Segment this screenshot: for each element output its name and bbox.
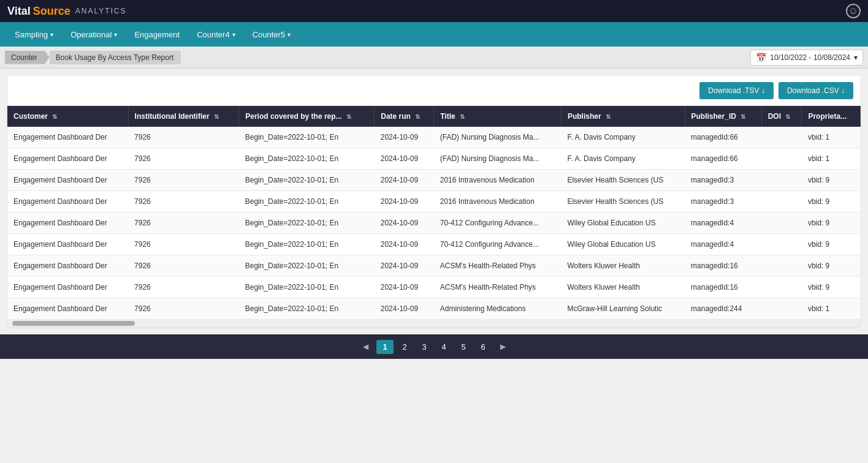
table-cell: Begin_Date=2022-10-01; En xyxy=(239,298,375,320)
table-cell: Begin_Date=2022-10-01; En xyxy=(239,170,375,191)
breadcrumb-bar: Counter Book Usage By Access Type Report… xyxy=(0,47,868,69)
table-cell: Wolters Kluwer Health xyxy=(561,255,685,277)
table-cell: Begin_Date=2022-10-01; En xyxy=(239,191,375,213)
table-cell: 2024-10-09 xyxy=(375,170,434,191)
table-cell xyxy=(761,170,802,191)
table-cell: Begin_Date=2022-10-01; En xyxy=(239,148,375,170)
table-cell: 7926 xyxy=(128,127,239,148)
breadcrumb-counter-label: Counter xyxy=(11,53,37,62)
table-row: Engagement Dashboard Der7926Begin_Date=2… xyxy=(7,170,861,191)
table-cell: 7926 xyxy=(128,298,239,320)
table-cell: 2024-10-09 xyxy=(375,191,434,213)
scroll-bar-area[interactable] xyxy=(7,320,861,327)
table-cell: 7926 xyxy=(128,255,239,277)
chevron-down-icon: ▾ xyxy=(50,31,53,38)
content-header: Download .TSV ↓ Download .CSV ↓ xyxy=(7,76,861,106)
nav-sampling[interactable]: Sampling ▾ xyxy=(7,26,61,43)
table-cell: Engagement Dashboard Der xyxy=(7,277,128,298)
table-cell xyxy=(761,213,802,234)
table-cell: Engagement Dashboard Der xyxy=(7,191,128,213)
nav-operational-label: Operational xyxy=(70,30,112,39)
col-customer[interactable]: Customer ⇅ xyxy=(7,106,128,127)
table-cell: 7926 xyxy=(128,277,239,298)
user-icon[interactable]: ☺ xyxy=(846,4,861,18)
nav-engagement[interactable]: Engagement xyxy=(127,26,187,43)
table-wrapper[interactable]: Customer ⇅ Institutional Identifier ⇅ Pe… xyxy=(7,106,861,320)
table-cell xyxy=(761,234,802,255)
table-cell: Engagement Dashboard Der xyxy=(7,127,128,148)
nav-counter5-label: Counter5 xyxy=(253,30,285,39)
logo-source: Source xyxy=(33,5,70,18)
table-cell: managedId:4 xyxy=(685,213,761,234)
table-cell: Begin_Date=2022-10-01; En xyxy=(239,277,375,298)
table-cell: F. A. Davis Company xyxy=(561,148,685,170)
breadcrumb-counter[interactable]: Counter xyxy=(5,51,50,64)
nav-operational[interactable]: Operational ▾ xyxy=(63,26,124,43)
table-row: Engagement Dashboard Der7926Begin_Date=2… xyxy=(7,234,861,255)
chevron-down-icon: ▾ xyxy=(114,31,117,38)
date-filter[interactable]: 📅 10/10/2022 - 10/08/2024 ▾ xyxy=(750,50,863,66)
top-bar-right: ☺ xyxy=(846,4,861,18)
sort-icon: ⇅ xyxy=(460,113,465,120)
col-doi[interactable]: DOI ⇅ xyxy=(761,106,802,127)
col-proprieta[interactable]: Proprieta... xyxy=(802,106,861,127)
nav-counter4[interactable]: Counter4 ▾ xyxy=(189,26,242,43)
top-bar: VitalSource ANALYTICS ☺ xyxy=(0,0,868,22)
table-cell xyxy=(761,191,802,213)
table-row: Engagement Dashboard Der7926Begin_Date=2… xyxy=(7,277,861,298)
nav-counter4-label: Counter4 xyxy=(197,30,229,39)
chevron-down-icon: ▾ xyxy=(232,31,235,38)
table-cell: 2024-10-09 xyxy=(375,234,434,255)
pagination-page-3[interactable]: 3 xyxy=(416,340,433,354)
table-cell xyxy=(761,148,802,170)
table-cell: Wiley Global Education US xyxy=(561,234,685,255)
col-period[interactable]: Period covered by the rep... ⇅ xyxy=(239,106,375,127)
pagination-page-6[interactable]: 6 xyxy=(474,340,492,354)
pagination-next[interactable]: ▶ xyxy=(494,340,511,353)
pagination-page-4[interactable]: 4 xyxy=(435,340,452,354)
nav-engagement-label: Engagement xyxy=(134,30,180,39)
table-cell: ACSM's Health-Related Phys xyxy=(434,277,562,298)
table-cell: Begin_Date=2022-10-01; En xyxy=(239,213,375,234)
table-cell: Engagement Dashboard Der xyxy=(7,170,128,191)
col-publisher-id[interactable]: Publisher_ID ⇅ xyxy=(685,106,761,127)
download-csv-button[interactable]: Download .CSV ↓ xyxy=(779,82,853,99)
col-institutional-id[interactable]: Institutional Identifier ⇅ xyxy=(128,106,239,127)
table-cell: Engagement Dashboard Der xyxy=(7,234,128,255)
col-date-run[interactable]: Date run ⇅ xyxy=(375,106,434,127)
table-cell: McGraw-Hill Learning Solutic xyxy=(561,298,685,320)
sort-icon: ⇅ xyxy=(740,113,745,120)
table-cell: ACSM's Health-Related Phys xyxy=(434,255,562,277)
breadcrumb-report[interactable]: Book Usage By Access Type Report xyxy=(50,51,181,64)
table-cell: managedId:3 xyxy=(685,170,761,191)
table-cell: 7926 xyxy=(128,213,239,234)
pagination-page-2[interactable]: 2 xyxy=(396,340,413,354)
table-cell: 2016 Intravenous Medication xyxy=(434,170,562,191)
table-cell: Wiley Global Education US xyxy=(561,213,685,234)
table-cell: vbid: 1 xyxy=(802,298,861,320)
nav-counter5[interactable]: Counter5 ▾ xyxy=(245,26,298,43)
pagination-page-5[interactable]: 5 xyxy=(455,340,472,354)
breadcrumb-right: 📅 10/10/2022 - 10/08/2024 ▾ xyxy=(750,50,863,66)
download-tsv-button[interactable]: Download .TSV ↓ xyxy=(699,82,774,99)
col-publisher[interactable]: Publisher ⇅ xyxy=(561,106,685,127)
sort-icon: ⇅ xyxy=(52,113,57,120)
table-cell xyxy=(761,127,802,148)
table-cell: (FAD) Nursing Diagnosis Ma... xyxy=(434,148,562,170)
table-cell: (FAD) Nursing Diagnosis Ma... xyxy=(434,127,562,148)
table-cell: managedId:3 xyxy=(685,191,761,213)
pagination-page-1[interactable]: 1 xyxy=(376,340,394,354)
logo: VitalSource ANALYTICS xyxy=(7,5,127,18)
col-title[interactable]: Title ⇅ xyxy=(434,106,562,127)
table-cell xyxy=(761,298,802,320)
table-cell: 2016 Intravenous Medication xyxy=(434,191,562,213)
table-cell: F. A. Davis Company xyxy=(561,127,685,148)
nav-bar: Sampling ▾ Operational ▾ Engagement Coun… xyxy=(0,22,868,47)
breadcrumb-report-label: Book Usage By Access Type Report xyxy=(56,53,174,62)
table-row: Engagement Dashboard Der7926Begin_Date=2… xyxy=(7,298,861,320)
table-body: Engagement Dashboard Der7926Begin_Date=2… xyxy=(7,127,861,320)
table-cell: 2024-10-09 xyxy=(375,255,434,277)
sort-icon: ⇅ xyxy=(214,113,219,120)
scroll-thumb[interactable] xyxy=(12,321,135,326)
pagination-prev[interactable]: ◀ xyxy=(357,340,374,353)
